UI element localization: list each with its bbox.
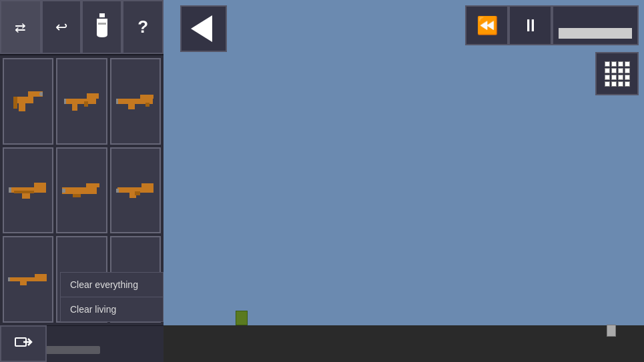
weapon-cell-ar[interactable] [110,147,161,234]
ground [164,325,644,362]
svg-rect-14 [128,104,135,109]
weapon-mg [4,149,52,233]
svg-rect-0 [99,13,105,17]
rewind-icon: ⏪ [476,15,498,36]
back-arrow-button[interactable] [180,5,227,52]
svg-rect-22 [62,187,97,194]
weapon-cell-sniper[interactable] [3,236,53,323]
clear-everything-item[interactable]: Clear everything [61,273,163,297]
bottle-icon [93,13,111,41]
player-character [236,311,248,325]
weapon-rifle1 [111,59,159,143]
svg-rect-30 [135,191,140,195]
pause-icon: ⏸ [522,15,539,36]
weapon-cell-mg[interactable] [3,147,53,234]
svg-rect-23 [86,183,99,187]
weapon-cell-shotgun[interactable] [56,147,107,234]
svg-rect-10 [84,101,88,107]
svg-rect-19 [22,193,30,199]
svg-rect-24 [73,194,81,197]
weapon-pistol [4,59,52,143]
back-arrow-icon [191,15,212,42]
svg-rect-32 [35,274,47,277]
weapon-smg [57,59,105,143]
grid-toggle-button[interactable] [595,52,639,95]
back-button[interactable]: ↩ [41,0,81,54]
svg-rect-29 [116,189,119,193]
question-icon: ? [137,17,148,37]
ground-figure [607,325,616,337]
top-controls: ⏪ ⏸ [465,5,639,45]
svg-rect-34 [8,277,10,281]
weapon-cell-rifle1[interactable] [110,58,161,145]
svg-rect-25 [62,189,65,193]
help-button[interactable]: ? [122,0,164,54]
svg-rect-33 [20,281,27,285]
svg-rect-18 [34,183,46,187]
speed-bar-fill [559,28,632,39]
svg-rect-15 [116,99,118,104]
context-menu: Clear everything Clear living [60,272,164,322]
game-area: ⏪ ⏸ [164,0,644,362]
main-container: ⇄ ↩ ? [0,0,644,362]
svg-rect-13 [140,95,153,99]
grid-icon [605,61,630,87]
toolbar: ⇄ ↩ ? [0,0,164,55]
swap-button[interactable]: ⇄ [0,0,41,54]
exit-button[interactable] [0,325,47,362]
exit-icon [14,333,33,355]
svg-rect-4 [19,103,25,111]
pause-button[interactable]: ⏸ [509,5,552,45]
sidebar: ⇄ ↩ ? [0,0,164,362]
weapon-shotgun [57,149,105,233]
rewind-button[interactable]: ⏪ [465,5,509,45]
svg-rect-16 [145,103,149,107]
swap-icon: ⇄ [15,19,26,35]
speed-bar[interactable] [552,5,639,45]
svg-rect-21 [14,191,34,193]
weapon-cell-pistol[interactable] [3,58,53,145]
svg-rect-1 [98,23,106,25]
svg-rect-27 [141,183,153,187]
back-icon: ↩ [55,19,67,36]
svg-rect-20 [9,187,11,193]
svg-rect-8 [87,93,99,99]
weapon-sniper [4,237,52,321]
weapon-ar [111,149,159,233]
bottle-button[interactable] [81,0,123,54]
clear-living-item[interactable]: Clear living [61,297,163,321]
svg-rect-9 [72,104,77,111]
svg-rect-5 [13,97,17,109]
weapon-cell-smg[interactable] [56,58,107,145]
svg-rect-7 [64,99,96,104]
svg-rect-31 [8,277,47,281]
svg-rect-11 [64,99,66,104]
